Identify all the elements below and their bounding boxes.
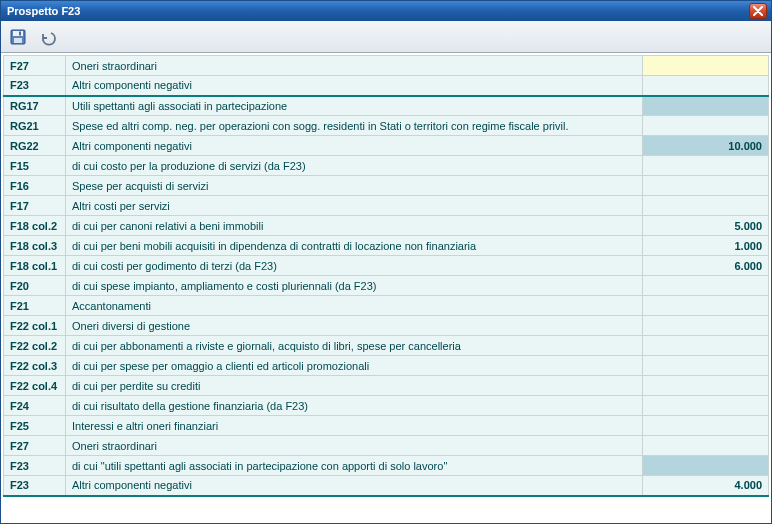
row-code: F22 col.2 <box>4 336 66 356</box>
row-code: F22 col.3 <box>4 356 66 376</box>
table-row: F17Altri costi per servizi <box>4 196 769 216</box>
row-description: Accantonamenti <box>66 296 643 316</box>
table-row: RG21Spese ed altri comp. neg. per operaz… <box>4 116 769 136</box>
table-row: F18 col.1di cui costi per godimento di t… <box>4 256 769 276</box>
row-code: F18 col.3 <box>4 236 66 256</box>
row-description: di cui costo per la produzione di serviz… <box>66 156 643 176</box>
table-row: F22 col.4di cui per perdite su crediti <box>4 376 769 396</box>
row-value[interactable] <box>643 336 769 356</box>
row-value[interactable] <box>643 76 769 96</box>
row-value[interactable] <box>643 376 769 396</box>
row-description: Altri componenti negativi <box>66 476 643 496</box>
save-icon <box>9 28 27 46</box>
svg-rect-1 <box>13 31 23 36</box>
row-value[interactable]: 4.000 <box>643 476 769 496</box>
row-description: di cui risultato della gestione finanzia… <box>66 396 643 416</box>
row-description: Utili spettanti agli associati in partec… <box>66 96 643 116</box>
row-description: Oneri straordinari <box>66 436 643 456</box>
row-code: F22 col.1 <box>4 316 66 336</box>
table-row: F23di cui "utili spettanti agli associat… <box>4 456 769 476</box>
table-row: F22 col.3di cui per spese per omaggio a … <box>4 356 769 376</box>
row-value[interactable] <box>643 116 769 136</box>
row-description: Spese per acquisti di servizi <box>66 176 643 196</box>
row-code: F18 col.1 <box>4 256 66 276</box>
table-row: F23Altri componenti negativi <box>4 76 769 96</box>
row-value[interactable]: 6.000 <box>643 256 769 276</box>
row-code: F23 <box>4 476 66 496</box>
table-row: RG17Utili spettanti agli associati in pa… <box>4 96 769 116</box>
row-description: di cui spese impianto, ampliamento e cos… <box>66 276 643 296</box>
row-value[interactable] <box>643 416 769 436</box>
row-value[interactable] <box>643 436 769 456</box>
row-code: F17 <box>4 196 66 216</box>
row-value[interactable] <box>643 356 769 376</box>
row-code: F23 <box>4 456 66 476</box>
window-title: Prospetto F23 <box>7 5 749 17</box>
content-area: F27Oneri straordinariF23Altri componenti… <box>1 53 771 523</box>
table-row: F20di cui spese impianto, ampliamento e … <box>4 276 769 296</box>
row-description: Altri costi per servizi <box>66 196 643 216</box>
row-value[interactable] <box>643 56 769 76</box>
table-row: F21Accantonamenti <box>4 296 769 316</box>
row-value[interactable] <box>643 196 769 216</box>
row-value[interactable] <box>643 296 769 316</box>
row-description: Spese ed altri comp. neg. per operazioni… <box>66 116 643 136</box>
row-description: di cui per spese per omaggio a clienti e… <box>66 356 643 376</box>
svg-rect-2 <box>14 38 22 43</box>
row-code: F16 <box>4 176 66 196</box>
table-row: F27Oneri straordinari <box>4 436 769 456</box>
table-row: F25Interessi e altri oneri finanziari <box>4 416 769 436</box>
titlebar: Prospetto F23 <box>1 1 771 21</box>
row-code: F24 <box>4 396 66 416</box>
row-code: RG21 <box>4 116 66 136</box>
table-row: F18 col.3di cui per beni mobili acquisit… <box>4 236 769 256</box>
row-code: F21 <box>4 296 66 316</box>
svg-rect-3 <box>19 31 21 35</box>
row-value[interactable]: 10.000 <box>643 136 769 156</box>
table-row: F24di cui risultato della gestione finan… <box>4 396 769 416</box>
table-row: F22 col.1Oneri diversi di gestione <box>4 316 769 336</box>
row-code: F22 col.4 <box>4 376 66 396</box>
row-code: F27 <box>4 436 66 456</box>
row-value[interactable]: 1.000 <box>643 236 769 256</box>
row-code: F20 <box>4 276 66 296</box>
row-code: F15 <box>4 156 66 176</box>
table-row: F16Spese per acquisti di servizi <box>4 176 769 196</box>
table-row: F18 col.2di cui per canoni relativi a be… <box>4 216 769 236</box>
table-row: F15di cui costo per la produzione di ser… <box>4 156 769 176</box>
row-value[interactable] <box>643 276 769 296</box>
table-row: RG22Altri componenti negativi10.000 <box>4 136 769 156</box>
save-button[interactable] <box>7 26 29 48</box>
row-code: RG17 <box>4 96 66 116</box>
row-code: F18 col.2 <box>4 216 66 236</box>
row-description: Interessi e altri oneri finanziari <box>66 416 643 436</box>
row-code: RG22 <box>4 136 66 156</box>
row-code: F23 <box>4 76 66 96</box>
row-description: di cui per beni mobili acquisiti in dipe… <box>66 236 643 256</box>
table-row: F22 col.2di cui per abbonamenti a rivist… <box>4 336 769 356</box>
row-description: di cui per abbonamenti a riviste e giorn… <box>66 336 643 356</box>
row-value[interactable] <box>643 316 769 336</box>
row-description: di cui costi per godimento di terzi (da … <box>66 256 643 276</box>
row-code: F27 <box>4 56 66 76</box>
row-value[interactable] <box>643 176 769 196</box>
toolbar <box>1 21 771 53</box>
row-value[interactable] <box>643 456 769 476</box>
row-code: F25 <box>4 416 66 436</box>
table-row: F27Oneri straordinari <box>4 56 769 76</box>
row-value[interactable] <box>643 156 769 176</box>
row-description: di cui "utili spettanti agli associati i… <box>66 456 643 476</box>
row-value[interactable] <box>643 396 769 416</box>
row-description: Altri componenti negativi <box>66 76 643 96</box>
row-description: di cui per canoni relativi a beni immobi… <box>66 216 643 236</box>
close-button[interactable] <box>749 3 767 19</box>
table-row: F23Altri componenti negativi4.000 <box>4 476 769 496</box>
undo-icon <box>39 28 57 46</box>
undo-button[interactable] <box>37 26 59 48</box>
row-description: Oneri diversi di gestione <box>66 316 643 336</box>
row-value[interactable]: 5.000 <box>643 216 769 236</box>
close-icon <box>753 6 763 16</box>
row-description: Altri componenti negativi <box>66 136 643 156</box>
row-value[interactable] <box>643 96 769 116</box>
row-description: di cui per perdite su crediti <box>66 376 643 396</box>
